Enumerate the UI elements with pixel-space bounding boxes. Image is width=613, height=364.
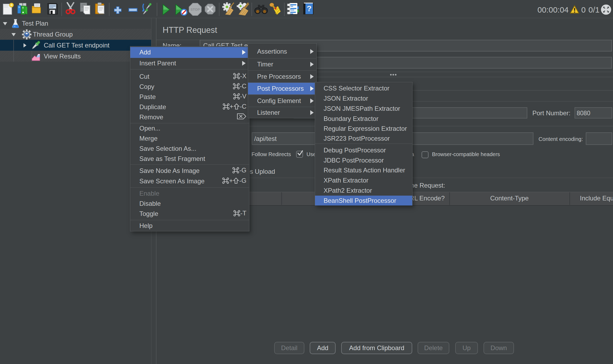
svg-text:?: ? (307, 4, 312, 13)
svg-text:STOP: STOP (190, 7, 200, 11)
